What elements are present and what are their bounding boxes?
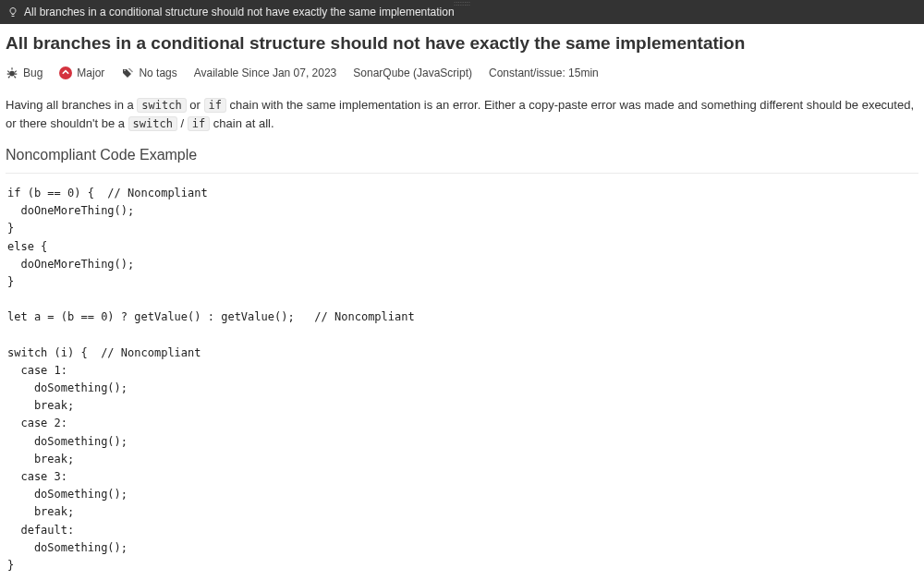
tags-icon xyxy=(121,67,134,79)
topbar: All branches in a conditional structure … xyxy=(0,0,924,24)
tags-label: No tags xyxy=(139,66,176,79)
tags: No tags xyxy=(121,66,176,79)
code-if: if xyxy=(188,116,210,131)
effort: Constant/issue: 15min xyxy=(489,66,599,79)
content: All branches in a conditional structure … xyxy=(0,24,924,580)
description: Having all branches in a switch or if ch… xyxy=(6,96,918,132)
topbar-title: All branches in a conditional structure … xyxy=(24,0,455,24)
code-switch: switch xyxy=(137,98,186,113)
desc-text: / xyxy=(177,116,188,130)
divider xyxy=(6,173,918,174)
drag-grip-icon[interactable]: :::::::: xyxy=(454,0,470,7)
code-noncompliant: if (b == 0) { // Noncompliant doOneMoreT… xyxy=(6,181,918,578)
code-if: if xyxy=(204,98,226,113)
available-since: Available Since Jan 07, 2023 xyxy=(194,66,337,79)
severity-icon xyxy=(59,66,72,79)
desc-text: chain at all. xyxy=(210,116,274,130)
code-block-noncompliant: if (b == 0) { // Noncompliant doOneMoreT… xyxy=(6,181,918,578)
desc-text: or xyxy=(187,98,204,112)
section-noncompliant: Noncompliant Code Example xyxy=(6,147,918,163)
issue-type: Bug xyxy=(6,66,43,79)
page-title: All branches in a conditional structure … xyxy=(6,33,918,54)
lightbulb-icon xyxy=(7,6,18,18)
desc-text: Having all branches in a xyxy=(6,98,137,112)
severity: Major xyxy=(59,66,104,79)
source: SonarQube (JavaScript) xyxy=(353,66,472,79)
svg-point-0 xyxy=(9,71,15,77)
issue-type-label: Bug xyxy=(23,66,43,79)
severity-label: Major xyxy=(77,66,104,79)
bug-icon xyxy=(6,66,18,79)
code-switch: switch xyxy=(128,116,177,131)
meta-row: Bug Major No tags Available Since Jan 07… xyxy=(6,66,918,79)
